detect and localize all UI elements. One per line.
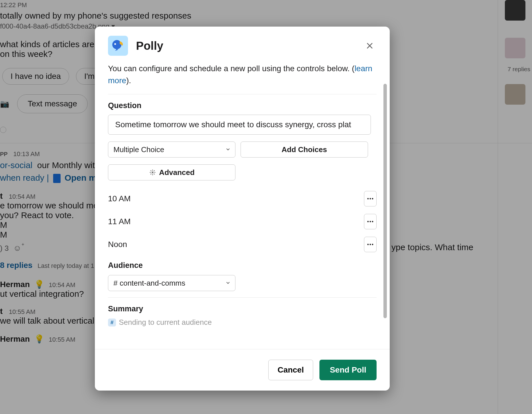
channel-icon: # [108,319,116,327]
choice-text: Noon [108,240,127,249]
svg-line-8 [154,174,155,174]
modal-intro: You can configure and schedule a new pol… [108,63,377,87]
svg-point-17 [367,244,369,245]
chevron-down-icon [225,145,231,154]
svg-line-9 [151,174,151,174]
svg-point-1 [114,43,116,45]
summary-label: Summary [108,304,377,313]
svg-point-16 [372,221,373,222]
poll-type-value: Multiple Choice [113,145,164,154]
polly-modal: Polly You can configure and schedule a n… [95,27,390,391]
polly-app-icon [108,36,128,56]
gear-icon [149,169,156,176]
svg-point-11 [367,198,369,200]
audience-label: Audience [108,261,377,270]
svg-point-19 [372,244,373,245]
svg-point-15 [370,221,371,222]
send-poll-button[interactable]: Send Poll [319,360,377,380]
choice-row: 11 AM [108,210,377,233]
cancel-button[interactable]: Cancel [268,360,313,380]
add-choices-button[interactable]: Add Choices [241,142,368,158]
svg-point-12 [370,198,371,200]
svg-point-14 [367,221,369,222]
choice-menu-button[interactable] [364,237,377,252]
modal-scrollbar[interactable] [383,84,387,318]
choice-menu-button[interactable] [364,191,377,206]
audience-value: # content-and-comms [113,279,185,288]
audience-select[interactable]: # content-and-comms [108,275,235,291]
choice-row: Noon [108,233,377,256]
choice-text: 11 AM [108,217,131,226]
svg-point-2 [152,172,153,173]
question-input[interactable] [108,115,371,135]
summary-line: # Sending to current audience [108,318,377,327]
choice-row: 10 AM [108,187,377,210]
svg-point-13 [372,198,373,200]
close-button[interactable] [363,39,377,53]
svg-point-18 [370,244,371,245]
svg-line-7 [151,170,151,171]
poll-type-select[interactable]: Multiple Choice [108,142,235,158]
chevron-down-icon [225,279,231,288]
modal-title: Polly [136,39,163,52]
choice-menu-button[interactable] [364,214,377,229]
svg-line-10 [154,170,155,171]
choice-text: 10 AM [108,194,131,203]
advanced-button[interactable]: Advanced [108,164,235,180]
question-label: Question [108,101,377,110]
